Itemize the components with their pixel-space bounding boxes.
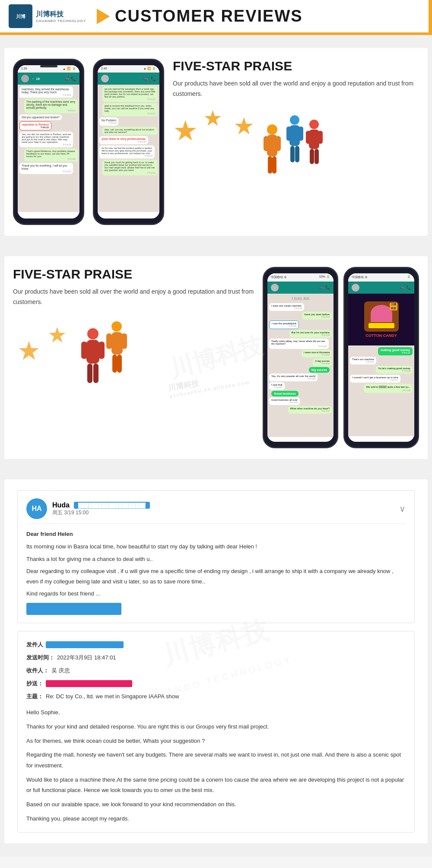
logo-area: 川博 川博科技 CHUANBO TECHNOLOGY <box>9 4 86 28</box>
right-phones: 中国移动 令 53% 🔋 📹 📞 7月28日 周四 I want one can… <box>263 267 419 448</box>
sender-name: Huda <box>52 501 70 509</box>
logo-icon: 川博 <box>9 4 32 28</box>
logo-english: CHUANBO TECHNOLOGY <box>36 19 86 23</box>
email-body-2: Hello Sophie, Thanks for your kind and d… <box>26 707 406 824</box>
date-value-2: 2022年3月9日 18:47:01 <box>57 652 116 663</box>
msg-left: Thank you for everthing, I will let you … <box>19 163 73 174</box>
svg-rect-24 <box>87 364 92 383</box>
play-icon <box>97 9 110 24</box>
svg-rect-27 <box>111 332 123 355</box>
svg-rect-19 <box>314 149 319 164</box>
five-star-desc-2: Our products have been sold all over the… <box>13 287 254 307</box>
msg-highlight-1: machine is Perfect 下午6:18 <box>19 121 51 130</box>
header: 川博 川博科技 CHUANBO TECHNOLOGY CUSTOMER REVI… <box>0 0 432 32</box>
five-star-desc-1: Our products have been sold all over the… <box>173 79 419 99</box>
svg-rect-31 <box>117 355 122 373</box>
msg-right: That's great Rebecca, Any problem please… <box>24 149 78 162</box>
phone-right-2: 中国移动 令 🔋 📹 📞 川博科技 <box>343 267 419 448</box>
praise-area-1: FIVE-STAR PRAISE Our products have been … <box>173 59 419 184</box>
svg-rect-21 <box>86 340 99 364</box>
svg-rect-30 <box>112 355 117 373</box>
svg-rect-17 <box>318 131 323 144</box>
phone-left-2: 中国移动 令 53% 🔋 📹 📞 7月28日 周四 I want one can… <box>263 267 338 448</box>
msg-left: Did you uppacked and tested? <box>19 114 62 120</box>
svg-rect-7 <box>272 156 276 174</box>
subject-value: Re: DC toy Co., ltd. we met in Singapore… <box>46 691 179 702</box>
email-body-1: Dear friend Helen Its morning now in Bas… <box>26 529 406 615</box>
section1: 1:39 ▲📶🔋 ← 10 📹 📞 machines, they arrived… <box>4 48 428 236</box>
date-label-2: 发送时间： <box>26 652 54 663</box>
msg-right: The packing of the machines were very st… <box>24 99 78 113</box>
svg-rect-6 <box>268 156 272 174</box>
svg-rect-5 <box>276 136 281 151</box>
email-card-1: HA Huda ████████████████████ 周五 3/19 15:… <box>17 490 415 623</box>
from-label: 发件人 <box>26 639 43 650</box>
expand-button[interactable]: ∨ <box>399 504 406 514</box>
msg-left: Yes, we did, he machine is Perfect, and … <box>19 132 73 147</box>
svg-rect-28 <box>106 333 112 349</box>
email-card-2: 发件人 发送时间： 2022年3月9日 18:47:01 收件人： 吴 庆忠 抄… <box>17 631 415 832</box>
email-date-1: 周五 3/19 15:00 <box>52 509 394 516</box>
svg-point-8 <box>290 115 299 125</box>
svg-rect-13 <box>295 146 299 162</box>
five-star-title-2: FIVE-STAR PRAISE <box>13 267 254 282</box>
to-value: 吴 庆忠 <box>51 665 70 676</box>
to-label: 收件人： <box>26 665 49 676</box>
subject-label: 主题： <box>26 691 43 702</box>
svg-text:川博: 川博 <box>16 14 25 19</box>
svg-point-14 <box>309 120 319 129</box>
svg-rect-4 <box>264 136 269 151</box>
svg-point-20 <box>87 328 98 339</box>
phone1: 1:39 ▲📶🔋 ← 10 📹 📞 machines, they arrived… <box>13 59 84 225</box>
svg-rect-29 <box>121 333 127 349</box>
phone2: 2:45 ▲📶🔋 📹 📞 we just opened the pacakges… <box>93 59 164 225</box>
svg-point-26 <box>111 321 122 332</box>
svg-rect-18 <box>310 149 314 164</box>
svg-rect-10 <box>286 127 291 141</box>
avatar: HA <box>26 498 47 519</box>
svg-point-2 <box>267 124 277 135</box>
five-star-title-1: FIVE-STAR PRAISE <box>173 59 419 73</box>
svg-rect-25 <box>93 364 98 383</box>
svg-rect-16 <box>306 131 311 144</box>
msg-left: machines, they arrived the warehouse tod… <box>19 86 73 98</box>
logo-chinese: 川博科技 <box>36 10 86 19</box>
svg-rect-12 <box>290 146 295 162</box>
svg-rect-22 <box>81 342 87 359</box>
section2: FIVE-STAR PRAISE Our products have been … <box>4 256 428 459</box>
left-content-2: FIVE-STAR PRAISE Our products have been … <box>13 267 254 400</box>
section3: HA Huda ████████████████████ 周五 3/19 15:… <box>4 479 428 843</box>
page-title: CUSTOMER REVIEWS <box>115 7 303 25</box>
cc-label: 抄送： <box>26 678 43 689</box>
